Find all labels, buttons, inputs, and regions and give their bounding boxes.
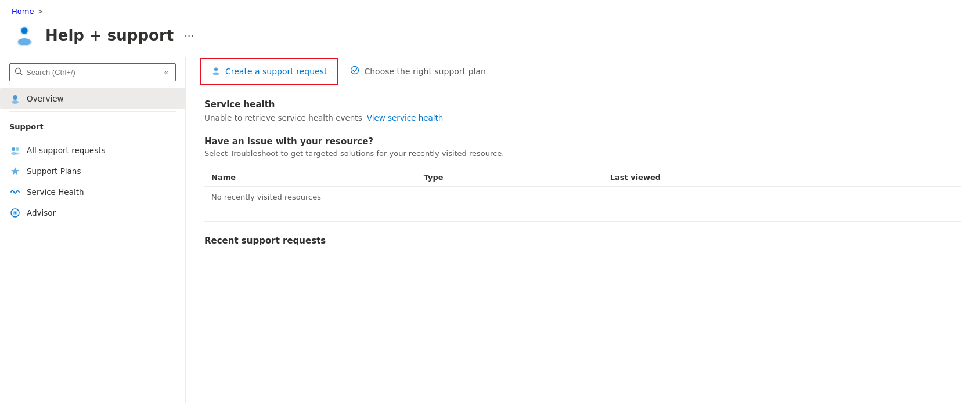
tab-choose-plan[interactable]: Choose the right support plan — [338, 57, 497, 85]
svg-point-12 — [15, 153, 20, 155]
table-empty-row: No recently visited resources — [204, 187, 961, 208]
service-health-row: Unable to retrieve service health events… — [204, 113, 961, 122]
layout: « Overview Support — [0, 57, 980, 403]
svg-point-9 — [12, 147, 15, 151]
advisor-icon — [9, 207, 21, 219]
resource-table: Name Type Last viewed No recently visite… — [204, 168, 961, 207]
breadcrumb-separator: > — [37, 8, 43, 16]
sidebar-item-overview[interactable]: Overview — [0, 88, 185, 109]
sidebar-item-support-plans[interactable]: Support Plans — [0, 161, 185, 182]
page-title: Help + support — [45, 27, 174, 44]
col-header-name: Name — [204, 168, 417, 187]
tab-choose-plan-label: Choose the right support plan — [364, 67, 485, 76]
sidebar-divider — [9, 111, 176, 112]
service-health-title: Service health — [204, 99, 961, 110]
search-input[interactable] — [26, 68, 158, 77]
resource-issue-title: Have an issue with your resource? — [204, 136, 961, 147]
sidebar-item-label-overview: Overview — [27, 94, 64, 103]
page-header-icon — [12, 23, 37, 48]
sidebar-item-all-support-requests[interactable]: All support requests — [0, 140, 185, 161]
svg-point-7 — [13, 95, 17, 100]
all-requests-icon — [9, 144, 21, 156]
col-header-type: Type — [417, 168, 603, 187]
sidebar-divider-2 — [9, 137, 176, 137]
collapse-sidebar-button[interactable]: « — [161, 67, 171, 78]
svg-point-16 — [214, 67, 218, 71]
table-divider — [204, 221, 961, 222]
support-plans-icon — [9, 165, 21, 177]
content-area: Service health Unable to retrieve servic… — [186, 85, 980, 260]
service-health-icon — [9, 186, 21, 198]
svg-line-6 — [20, 73, 23, 75]
main-content: Create a support request Choose the righ… — [186, 57, 980, 403]
view-service-health-link[interactable]: View service health — [367, 113, 444, 122]
tab-create-request-label: Create a support request — [225, 67, 327, 76]
tab-create-request[interactable]: Create a support request — [200, 58, 338, 85]
empty-message: No recently visited resources — [204, 187, 961, 208]
sidebar-item-label-advisor: Advisor — [27, 208, 56, 218]
create-request-icon — [211, 66, 221, 77]
sidebar-item-label-service-health: Service Health — [27, 187, 84, 197]
recent-requests-title: Recent support requests — [204, 236, 961, 246]
tabs-bar: Create a support request Choose the righ… — [186, 57, 980, 85]
sidebar-section-support: Support — [0, 114, 185, 135]
sidebar-item-label-all-requests: All support requests — [27, 146, 106, 155]
svg-point-18 — [351, 67, 359, 74]
sidebar-item-advisor[interactable]: Advisor — [0, 202, 185, 223]
service-health-message: Unable to retrieve service health events — [204, 113, 362, 122]
svg-point-15 — [15, 212, 16, 214]
svg-point-4 — [18, 38, 31, 45]
more-options-icon[interactable]: ··· — [184, 30, 194, 42]
svg-point-3 — [21, 28, 27, 34]
sidebar-item-service-health[interactable]: Service Health — [0, 182, 185, 202]
search-box[interactable]: « — [9, 63, 176, 81]
svg-point-10 — [16, 147, 19, 151]
col-header-last-viewed: Last viewed — [603, 168, 961, 187]
resource-issue-subtitle: Select Troubleshoot to get targeted solu… — [204, 149, 961, 158]
svg-point-8 — [12, 100, 19, 104]
sidebar: « Overview Support — [0, 57, 186, 403]
svg-point-17 — [213, 72, 219, 75]
breadcrumb: Home > — [0, 0, 980, 19]
search-icon — [15, 67, 23, 77]
sidebar-item-label-support-plans: Support Plans — [27, 167, 81, 176]
choose-plan-icon — [350, 66, 359, 77]
page-header: Help + support ··· — [0, 19, 980, 57]
overview-icon — [9, 93, 21, 104]
breadcrumb-home[interactable]: Home — [12, 7, 34, 16]
